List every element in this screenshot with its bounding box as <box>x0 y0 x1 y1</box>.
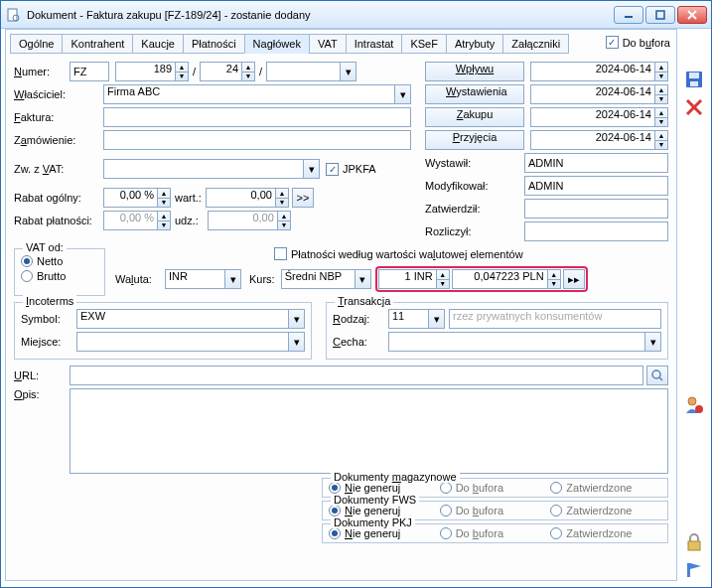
opis-textarea[interactable] <box>70 388 668 474</box>
rate-from-input[interactable]: 1 INR <box>378 269 436 289</box>
zatwierdzil-value <box>524 199 668 219</box>
faktura-label: Faktura: <box>14 111 103 123</box>
cecha-input[interactable] <box>388 332 644 352</box>
chevron-down-icon[interactable]: ▾ <box>428 309 445 329</box>
tab-kaucje[interactable]: Kaucje <box>132 34 184 54</box>
udz-input[interactable]: 0,00 <box>208 211 277 230</box>
chevron-down-icon[interactable]: ▾ <box>340 62 356 81</box>
waluta-label: Waluta: <box>115 273 165 285</box>
vat-od-label: VAT od: <box>23 241 67 253</box>
pkj-opt2[interactable] <box>440 527 452 539</box>
miejsce-label: Miejsce: <box>21 336 76 348</box>
chevron-down-icon[interactable]: ▾ <box>288 332 305 352</box>
zamowienie-input[interactable] <box>103 130 411 150</box>
tab-platnosci[interactable]: Płatności <box>183 34 245 54</box>
search-icon[interactable] <box>646 366 668 385</box>
wplywu-button[interactable]: Wpływu <box>425 62 524 81</box>
user-icon[interactable] <box>683 394 705 416</box>
zakupu-date[interactable]: 2024-06-14 <box>530 107 654 127</box>
symbol-input[interactable]: EXW <box>76 309 288 329</box>
rate-highlight: 1 INR▲▼ 0,047223 PLN▲▼ ▸▸ <box>375 266 588 292</box>
fws-opt2[interactable] <box>440 505 452 516</box>
url-input[interactable] <box>70 366 643 385</box>
numer-y-spin[interactable]: ▲▼ <box>241 62 255 81</box>
fws-opt1[interactable] <box>329 505 341 516</box>
mag-opt2[interactable] <box>440 482 452 494</box>
minimize-button[interactable] <box>614 6 643 24</box>
chevron-down-icon[interactable]: ▾ <box>355 269 371 289</box>
jpkfa-checkbox[interactable]: ✓ <box>326 163 339 176</box>
zatwierdzil-label: Zatwierdził: <box>425 203 524 215</box>
zw-vat-label: Zw. z VAT: <box>14 163 103 175</box>
rabat-plat-label: Rabat płatności: <box>14 215 103 226</box>
modyfikowal-label: Modyfikował: <box>425 180 524 192</box>
wplywu-date[interactable]: 2024-06-14 <box>530 62 654 81</box>
titlebar: Dokument - Faktura zakupu [FZ-189/24] - … <box>1 1 711 29</box>
arrow-button[interactable]: >> <box>292 188 314 208</box>
rate-next-button[interactable]: ▸▸ <box>563 269 585 289</box>
wlasciciel-label: Właściciel: <box>14 88 103 100</box>
do-bufora-checkbox[interactable]: ✓ <box>606 36 619 49</box>
mag-opt1[interactable] <box>329 482 341 494</box>
flag-icon[interactable] <box>683 559 705 581</box>
maximize-button[interactable] <box>645 6 675 24</box>
numer-y[interactable]: 24 <box>200 62 241 81</box>
numer-extra[interactable] <box>266 62 340 81</box>
tab-atrybuty[interactable]: Atrybuty <box>446 34 503 54</box>
rabat-ogolny-input[interactable]: 0,00 % <box>103 188 157 208</box>
svg-rect-8 <box>690 81 698 86</box>
wlasciciel-input[interactable]: Firma ABC <box>103 84 394 104</box>
mag-opt3[interactable] <box>550 482 562 494</box>
close-button[interactable] <box>677 6 707 24</box>
numer-n-spin[interactable]: ▲▼ <box>175 62 189 81</box>
rodzaj-input[interactable]: 11 <box>388 309 428 329</box>
wart-label: wart.: <box>175 192 202 204</box>
chevron-down-icon[interactable]: ▾ <box>644 332 661 352</box>
tab-vat[interactable]: VAT <box>309 34 347 54</box>
zakupu-button[interactable]: Zakupu <box>425 107 524 127</box>
svg-rect-3 <box>656 11 664 19</box>
tab-naglowek[interactable]: Nagłówek <box>244 34 310 54</box>
pkj-opt3[interactable] <box>550 527 562 539</box>
faktura-input[interactable] <box>103 107 411 127</box>
svg-point-11 <box>688 397 696 405</box>
tab-ogolne[interactable]: Ogólne <box>10 34 63 54</box>
zamowienie-label: Zamówienie: <box>14 134 103 146</box>
wystawienia-date[interactable]: 2024-06-14 <box>530 84 654 104</box>
chevron-down-icon[interactable]: ▾ <box>303 159 320 179</box>
wystawienia-button[interactable]: Wystawienia <box>425 84 524 104</box>
pkj-opt1[interactable] <box>329 527 341 539</box>
przyjecia-button[interactable]: Przyjęcia <box>425 130 524 150</box>
tab-kontrahent[interactable]: Kontrahent <box>62 34 133 54</box>
tab-intrastat[interactable]: Intrastat <box>346 34 403 54</box>
chevron-down-icon[interactable]: ▾ <box>224 269 241 289</box>
jpkfa-label: JPKFA <box>339 163 376 175</box>
kurs-input[interactable]: Średni NBP <box>281 269 355 289</box>
zw-vat-input[interactable] <box>103 159 303 179</box>
waluta-input[interactable]: INR <box>165 269 224 289</box>
chevron-down-icon[interactable]: ▾ <box>394 84 411 104</box>
rabat-plat-input[interactable]: 0,00 % <box>103 211 157 230</box>
rate-to-input[interactable]: 0,047223 PLN <box>452 269 547 289</box>
lock-icon[interactable] <box>683 531 705 553</box>
brutto-radio[interactable] <box>21 270 33 282</box>
fws-opt3[interactable] <box>550 505 562 516</box>
numer-n[interactable]: 189 <box>115 62 175 81</box>
chevron-down-icon[interactable]: ▾ <box>288 309 305 329</box>
przyjecia-date[interactable]: 2024-06-14 <box>530 130 654 150</box>
svg-point-15 <box>652 370 660 378</box>
tab-zalaczniki[interactable]: Załączniki <box>502 34 569 54</box>
save-icon[interactable] <box>683 69 705 90</box>
miejsce-input[interactable] <box>76 332 288 352</box>
window-title: Dokument - Faktura zakupu [FZ-189/24] - … <box>27 9 614 21</box>
delete-icon[interactable] <box>683 96 705 118</box>
wart-input[interactable]: 0,00 <box>206 188 275 208</box>
numer-label: Numer: <box>14 66 70 77</box>
wystawil-value: ADMIN <box>524 153 668 173</box>
netto-radio[interactable] <box>21 255 33 267</box>
tab-ksef[interactable]: KSeF <box>401 34 447 54</box>
plat-walut-checkbox[interactable] <box>274 247 287 260</box>
kurs-label: Kurs: <box>249 273 275 285</box>
rabat-ogolny-label: Rabat ogólny: <box>14 192 103 204</box>
rozliczyl-value <box>524 221 668 241</box>
